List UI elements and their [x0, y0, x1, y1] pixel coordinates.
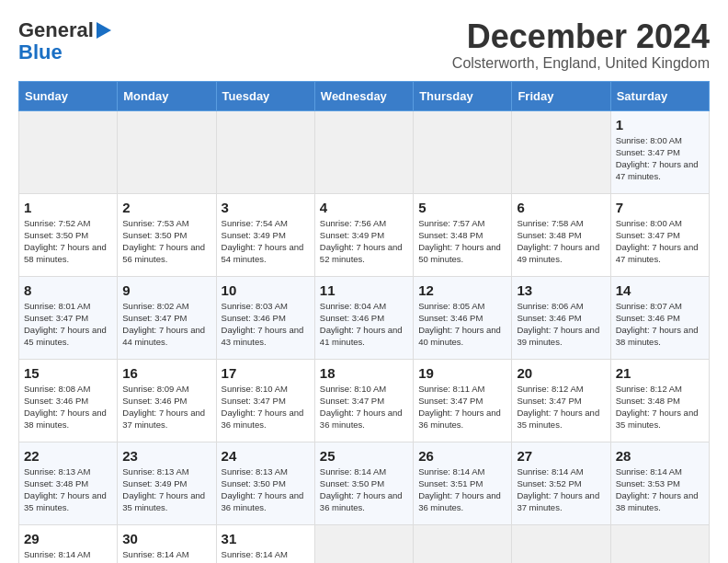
logo-blue: Blue: [18, 42, 63, 63]
day-number: 1: [616, 117, 704, 132]
day-info: Sunrise: 8:13 AM Sunset: 3:48 PM Dayligh…: [24, 465, 112, 514]
calendar-cell: 13 Sunrise: 8:06 AM Sunset: 3:46 PM Dayl…: [512, 276, 610, 359]
calendar-cell: [216, 110, 314, 193]
day-info: Sunrise: 8:06 AM Sunset: 3:46 PM Dayligh…: [517, 300, 605, 349]
day-info: Sunrise: 8:09 AM Sunset: 3:46 PM Dayligh…: [122, 383, 210, 431]
day-number: 28: [616, 448, 704, 464]
calendar-cell: 31 Sunrise: 8:14 AM Sunset: 3:55 PM Dayl…: [216, 524, 314, 563]
column-header-wednesday: Wednesday: [314, 81, 413, 110]
day-info: Sunrise: 8:10 AM Sunset: 3:47 PM Dayligh…: [320, 383, 408, 431]
calendar-cell: [19, 110, 118, 193]
day-info: Sunrise: 8:00 AM Sunset: 3:47 PM Dayligh…: [616, 134, 704, 183]
day-number: 7: [616, 200, 704, 215]
calendar-cell: 17 Sunrise: 8:10 AM Sunset: 3:47 PM Dayl…: [216, 359, 314, 442]
day-number: 10: [222, 282, 310, 298]
day-number: 29: [24, 531, 112, 546]
day-info: Sunrise: 8:04 AM Sunset: 3:46 PM Dayligh…: [320, 300, 408, 349]
calendar-week-6: 29 Sunrise: 8:14 AM Sunset: 3:54 PM Dayl…: [19, 524, 710, 563]
day-info: Sunrise: 8:13 AM Sunset: 3:50 PM Dayligh…: [222, 465, 310, 514]
day-info: Sunrise: 7:58 AM Sunset: 3:48 PM Dayligh…: [517, 217, 605, 266]
calendar-cell: [414, 524, 512, 563]
calendar-week-2: 1 Sunrise: 7:52 AM Sunset: 3:50 PM Dayli…: [19, 193, 710, 276]
day-info: Sunrise: 8:01 AM Sunset: 3:47 PM Dayligh…: [24, 300, 112, 349]
day-number: 26: [418, 448, 506, 464]
calendar-cell: 10 Sunrise: 8:03 AM Sunset: 3:46 PM Dayl…: [216, 276, 314, 359]
location: Colsterworth, England, United Kingdom: [452, 55, 710, 72]
calendar-cell: 5 Sunrise: 7:57 AM Sunset: 3:48 PM Dayli…: [414, 193, 512, 276]
calendar-week-3: 8 Sunrise: 8:01 AM Sunset: 3:47 PM Dayli…: [19, 276, 710, 359]
day-info: Sunrise: 8:05 AM Sunset: 3:46 PM Dayligh…: [418, 300, 506, 349]
calendar-week-4: 15 Sunrise: 8:08 AM Sunset: 3:46 PM Dayl…: [19, 359, 710, 442]
day-info: Sunrise: 7:56 AM Sunset: 3:49 PM Dayligh…: [320, 217, 408, 266]
calendar-cell: 29 Sunrise: 8:14 AM Sunset: 3:54 PM Dayl…: [19, 524, 118, 563]
calendar-cell: 16 Sunrise: 8:09 AM Sunset: 3:46 PM Dayl…: [118, 359, 216, 442]
calendar-cell: [512, 524, 610, 563]
day-number: 4: [320, 200, 408, 215]
calendar-header-row: SundayMondayTuesdayWednesdayThursdayFrid…: [19, 81, 710, 110]
calendar-cell: [414, 110, 512, 193]
calendar-cell: 1 Sunrise: 7:52 AM Sunset: 3:50 PM Dayli…: [19, 193, 118, 276]
calendar-cell: 7 Sunrise: 8:00 AM Sunset: 3:47 PM Dayli…: [610, 193, 709, 276]
day-number: 21: [616, 365, 704, 381]
day-number: 11: [320, 282, 408, 298]
day-info: Sunrise: 8:14 AM Sunset: 3:50 PM Dayligh…: [320, 465, 408, 514]
day-number: 17: [222, 365, 310, 381]
day-number: 30: [122, 531, 210, 546]
page-header: General Blue December 2024 Colsterworth,…: [18, 18, 710, 72]
day-number: 5: [418, 200, 506, 215]
column-header-friday: Friday: [512, 81, 610, 110]
day-number: 6: [517, 200, 605, 215]
day-number: 23: [122, 448, 210, 464]
day-number: 13: [517, 282, 605, 298]
day-info: Sunrise: 8:08 AM Sunset: 3:46 PM Dayligh…: [24, 383, 112, 431]
calendar-cell: 2 Sunrise: 7:53 AM Sunset: 3:50 PM Dayli…: [118, 193, 216, 276]
calendar-cell: [118, 110, 216, 193]
day-info: Sunrise: 7:57 AM Sunset: 3:48 PM Dayligh…: [418, 217, 506, 266]
day-info: Sunrise: 7:52 AM Sunset: 3:50 PM Dayligh…: [24, 217, 112, 266]
calendar-cell: 12 Sunrise: 8:05 AM Sunset: 3:46 PM Dayl…: [414, 276, 512, 359]
day-number: 25: [320, 448, 408, 464]
day-number: 9: [122, 282, 210, 298]
day-number: 18: [320, 365, 408, 381]
month-title: December 2024: [452, 18, 710, 55]
day-info: Sunrise: 8:14 AM Sunset: 3:54 PM Dayligh…: [122, 548, 210, 563]
day-number: 1: [24, 200, 112, 215]
day-number: 2: [122, 200, 210, 215]
column-header-thursday: Thursday: [414, 81, 512, 110]
calendar-cell: 20 Sunrise: 8:12 AM Sunset: 3:47 PM Dayl…: [512, 359, 610, 442]
day-info: Sunrise: 8:11 AM Sunset: 3:47 PM Dayligh…: [418, 383, 506, 431]
calendar-week-5: 22 Sunrise: 8:13 AM Sunset: 3:48 PM Dayl…: [19, 442, 710, 524]
calendar-cell: 11 Sunrise: 8:04 AM Sunset: 3:46 PM Dayl…: [314, 276, 413, 359]
day-number: 14: [616, 282, 704, 298]
calendar-cell: 24 Sunrise: 8:13 AM Sunset: 3:50 PM Dayl…: [216, 442, 314, 524]
logo-general: General: [18, 18, 94, 42]
day-number: 20: [517, 365, 605, 381]
day-info: Sunrise: 8:12 AM Sunset: 3:47 PM Dayligh…: [517, 383, 605, 431]
calendar-cell: 30 Sunrise: 8:14 AM Sunset: 3:54 PM Dayl…: [118, 524, 216, 563]
day-info: Sunrise: 8:14 AM Sunset: 3:55 PM Dayligh…: [222, 548, 310, 563]
calendar-cell: 26 Sunrise: 8:14 AM Sunset: 3:51 PM Dayl…: [414, 442, 512, 524]
title-block: December 2024 Colsterworth, England, Uni…: [452, 18, 710, 72]
calendar-cell: 28 Sunrise: 8:14 AM Sunset: 3:53 PM Dayl…: [610, 442, 709, 524]
calendar-cell: [314, 110, 413, 193]
day-info: Sunrise: 8:03 AM Sunset: 3:46 PM Dayligh…: [222, 300, 310, 349]
calendar-cell: 9 Sunrise: 8:02 AM Sunset: 3:47 PM Dayli…: [118, 276, 216, 359]
day-info: Sunrise: 8:13 AM Sunset: 3:49 PM Dayligh…: [122, 465, 210, 514]
calendar-cell: [314, 524, 413, 563]
calendar-cell: 15 Sunrise: 8:08 AM Sunset: 3:46 PM Dayl…: [19, 359, 118, 442]
day-info: Sunrise: 8:07 AM Sunset: 3:46 PM Dayligh…: [616, 300, 704, 349]
day-info: Sunrise: 8:10 AM Sunset: 3:47 PM Dayligh…: [222, 383, 310, 431]
day-number: 22: [24, 448, 112, 464]
day-number: 19: [418, 365, 506, 381]
calendar-week-1: 1 Sunrise: 8:00 AM Sunset: 3:47 PM Dayli…: [19, 110, 710, 193]
logo-arrow-icon: [97, 22, 111, 39]
calendar-cell: 25 Sunrise: 8:14 AM Sunset: 3:50 PM Dayl…: [314, 442, 413, 524]
day-number: 27: [517, 448, 605, 464]
calendar-cell: 22 Sunrise: 8:13 AM Sunset: 3:48 PM Dayl…: [19, 442, 118, 524]
calendar-cell: 18 Sunrise: 8:10 AM Sunset: 3:47 PM Dayl…: [314, 359, 413, 442]
day-number: 12: [418, 282, 506, 298]
calendar-cell: 8 Sunrise: 8:01 AM Sunset: 3:47 PM Dayli…: [19, 276, 118, 359]
day-info: Sunrise: 7:54 AM Sunset: 3:49 PM Dayligh…: [222, 217, 310, 266]
day-number: 31: [222, 531, 310, 546]
day-number: 24: [222, 448, 310, 464]
